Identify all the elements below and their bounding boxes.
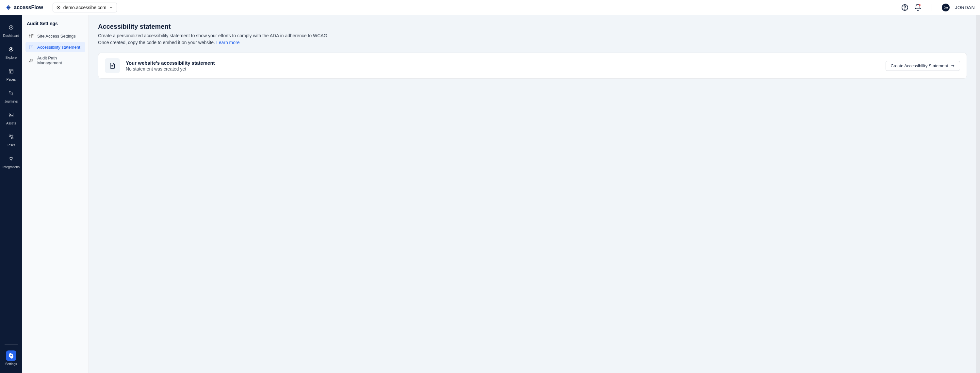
- nav-item-pages[interactable]: Pages: [1, 63, 21, 84]
- statement-card-body: Your website's accessibility statement N…: [126, 60, 880, 71]
- plug-icon: [8, 156, 14, 162]
- nav-secondary: Audit Settings Site Access Settings Acce…: [22, 15, 89, 373]
- sub-item-label: Site Access Settings: [37, 33, 76, 38]
- image-icon: [8, 112, 14, 118]
- header-divider: [48, 4, 48, 11]
- statement-card-subtitle: No statement was created yet: [126, 66, 880, 71]
- sub-item-audit-path[interactable]: Audit Path Management: [25, 53, 85, 68]
- document-icon: [109, 62, 116, 69]
- user-avatar[interactable]: Jm: [942, 3, 950, 11]
- help-icon: [901, 3, 909, 11]
- gauge-icon: [8, 24, 14, 30]
- scrollbar-track[interactable]: [976, 15, 980, 373]
- nav-item-dashboard[interactable]: Dashboard: [1, 20, 21, 40]
- compass-icon: [8, 46, 14, 52]
- nav-label: Settings: [5, 362, 17, 366]
- svg-point-12: [12, 94, 13, 95]
- page-description: Create a personalized accessibility stat…: [98, 32, 333, 46]
- svg-rect-13: [9, 113, 13, 117]
- nav-item-tasks[interactable]: Tasks: [1, 129, 21, 149]
- sub-item-site-access[interactable]: Site Access Settings: [25, 31, 85, 41]
- brand-logo-icon: [5, 4, 12, 11]
- help-button[interactable]: [901, 3, 909, 11]
- notifications-button[interactable]: [914, 3, 922, 11]
- nav-label: Assets: [6, 122, 16, 125]
- main-content: Accessibility statement Create a persona…: [89, 15, 976, 373]
- statement-card-icon: [105, 58, 120, 73]
- svg-rect-16: [12, 138, 13, 139]
- svg-point-1: [58, 7, 59, 8]
- nav-item-assets[interactable]: Assets: [1, 107, 21, 128]
- brand-logo[interactable]: accessFlow: [5, 4, 43, 11]
- widgets-icon: [8, 134, 14, 140]
- brand-name: accessFlow: [14, 5, 43, 10]
- svg-point-20: [29, 35, 30, 36]
- svg-point-3: [905, 9, 905, 10]
- header-right: Jm JORDAN: [901, 3, 975, 11]
- file-icon: [29, 44, 34, 50]
- nav-separator: [5, 344, 18, 344]
- nav-label: Journeys: [5, 100, 18, 103]
- user-name: JORDAN: [955, 5, 975, 10]
- secondary-nav-title: Audit Settings: [25, 21, 85, 26]
- chevron-down-icon: [109, 5, 113, 10]
- nav-item-settings[interactable]: Settings: [1, 348, 21, 368]
- nav-item-journeys[interactable]: Journeys: [1, 85, 21, 106]
- sub-item-accessibility-statement[interactable]: Accessibility statement: [25, 42, 85, 52]
- app-header: accessFlow demo.accessibe.com Jm JORDAN: [0, 0, 980, 15]
- domain-text: demo.accessibe.com: [64, 5, 107, 10]
- page-title: Accessibility statement: [98, 23, 967, 30]
- svg-point-14: [10, 114, 11, 115]
- app-layout: Dashboard Explore Pages Journeys Assets …: [0, 15, 980, 373]
- create-statement-button[interactable]: Create Accessibility Statement: [886, 61, 960, 71]
- svg-rect-15: [9, 135, 11, 137]
- svg-point-5: [11, 27, 11, 28]
- nav-label: Tasks: [7, 143, 15, 147]
- nav-label: Explore: [6, 56, 17, 59]
- statement-card-title: Your website's accessibility statement: [126, 60, 880, 66]
- statement-card: Your website's accessibility statement N…: [98, 52, 967, 79]
- header-divider-2: [932, 4, 932, 11]
- nav-item-integrations[interactable]: Integrations: [1, 151, 21, 171]
- create-statement-button-label: Create Accessibility Statement: [891, 63, 948, 68]
- notification-dot: [919, 4, 921, 6]
- gear-icon: [8, 353, 14, 359]
- learn-more-link[interactable]: Learn more: [216, 40, 240, 45]
- domain-selector[interactable]: demo.accessibe.com: [52, 3, 117, 13]
- sub-item-label: Audit Path Management: [37, 56, 82, 65]
- nav-label: Pages: [6, 78, 16, 81]
- svg-point-22: [31, 36, 32, 37]
- target-icon: [56, 5, 61, 10]
- tool-icon: [29, 58, 34, 63]
- layout-icon: [8, 68, 14, 74]
- svg-point-24: [32, 34, 33, 35]
- sliders-icon: [29, 33, 34, 38]
- route-icon: [8, 90, 14, 96]
- sub-item-label: Accessibility statement: [37, 45, 80, 50]
- nav-label: Integrations: [3, 165, 20, 169]
- arrow-right-icon: [951, 63, 955, 68]
- nav-label: Dashboard: [3, 34, 19, 38]
- nav-primary: Dashboard Explore Pages Journeys Assets …: [0, 15, 22, 373]
- nav-item-explore[interactable]: Explore: [1, 41, 21, 62]
- svg-point-11: [10, 91, 10, 92]
- svg-point-18: [10, 355, 12, 356]
- svg-rect-8: [9, 69, 13, 73]
